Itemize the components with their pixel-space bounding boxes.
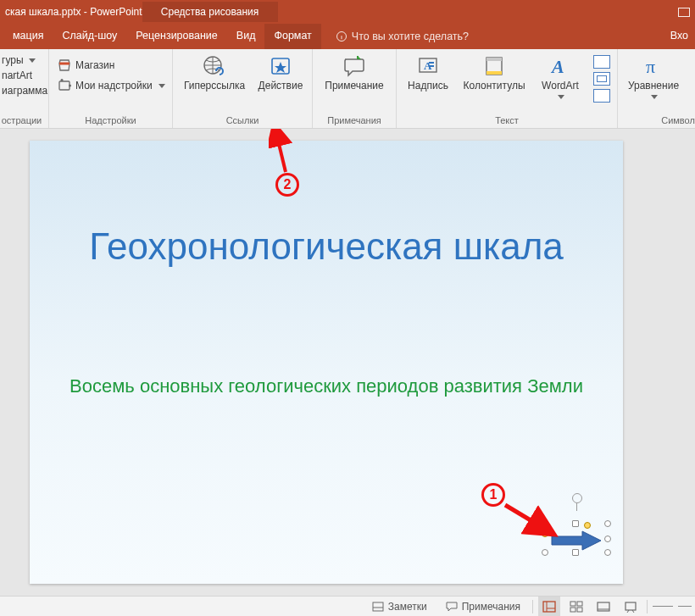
notes-toggle[interactable]: Заметки	[365, 597, 434, 616]
window-restore-icon[interactable]	[678, 8, 690, 17]
hyperlink-button[interactable]: Гиперссылка	[178, 52, 251, 92]
wordart-label: WordArt	[542, 80, 579, 92]
action-star-icon	[267, 54, 294, 78]
tab-animation[interactable]: мация	[3, 24, 53, 49]
date-time-button[interactable]	[593, 55, 610, 69]
ribbon-tabs: мация Слайд-шоу Рецензирование Вид Форма…	[0, 24, 695, 49]
addins-icon	[58, 79, 71, 92]
tab-review[interactable]: Рецензирование	[126, 24, 227, 49]
tab-slideshow[interactable]: Слайд-шоу	[53, 24, 126, 49]
headerfooter-icon	[481, 54, 508, 78]
comment-label: Примечание	[325, 80, 383, 92]
tab-view[interactable]: Вид	[227, 24, 265, 49]
svg-rect-12	[486, 71, 502, 75]
annotation-number: 1	[490, 487, 498, 502]
lightbulb-icon	[336, 31, 347, 42]
svg-rect-26	[570, 602, 575, 606]
textbox-icon: A	[414, 54, 442, 78]
annotation-arrow-2	[269, 129, 294, 175]
hyperlink-label: Гиперссылка	[184, 80, 245, 92]
group-symbols-label: Символы	[623, 115, 695, 127]
status-divider	[532, 600, 533, 613]
group-illustrations-label: острации	[0, 115, 43, 127]
textbox-button[interactable]: A Надпись	[402, 52, 454, 92]
adjust-handle[interactable]	[584, 522, 591, 529]
resize-handle[interactable]	[604, 549, 611, 556]
equation-button[interactable]: π Уравнение	[623, 52, 684, 99]
rotation-handle[interactable]	[572, 493, 582, 511]
tell-me-search[interactable]: Что вы хотите сделать?	[321, 24, 469, 49]
svg-rect-21	[373, 602, 383, 611]
wordart-icon: A	[547, 54, 574, 78]
slide-canvas-area[interactable]: Геохронологическая шкала Восемь основных…	[0, 129, 695, 596]
svg-line-20	[505, 505, 548, 530]
svg-rect-0	[59, 81, 70, 90]
svg-rect-23	[543, 602, 555, 612]
svg-text:π: π	[646, 56, 655, 77]
svg-point-1	[61, 79, 64, 81]
resize-handle[interactable]	[572, 520, 579, 527]
smartart-button[interactable]: nartArt	[0, 69, 49, 82]
slide-subtitle[interactable]: Восемь основных геологических периодов р…	[30, 375, 623, 399]
object-button[interactable]	[593, 89, 610, 103]
headerfooter-button[interactable]: Колонтитулы	[458, 52, 531, 92]
symbol-button: Ω Символ	[687, 52, 695, 92]
my-addins-button[interactable]: Мои надстройки	[54, 77, 169, 94]
group-addins-label: Надстройки	[54, 115, 167, 127]
shapes-button[interactable]: гуры	[0, 53, 49, 67]
tab-format[interactable]: Формат	[264, 24, 320, 49]
resize-handle[interactable]	[542, 549, 548, 556]
smartart-label: nartArt	[2, 69, 32, 81]
chart-button[interactable]: иаграмма	[0, 84, 49, 97]
store-label: Магазин	[75, 59, 114, 71]
status-divider	[647, 600, 648, 613]
equation-label: Уравнение	[628, 80, 679, 92]
resize-handle[interactable]	[604, 536, 611, 542]
annotation-number: 2	[284, 177, 292, 192]
annotation-arrow-1	[500, 500, 559, 542]
chart-label: иаграмма	[2, 85, 47, 97]
dropdown-icon	[29, 58, 36, 63]
zoom-slider[interactable]	[678, 606, 692, 607]
comment-button[interactable]: Примечание	[318, 52, 391, 92]
notes-icon	[372, 602, 384, 612]
pi-icon: π	[640, 54, 667, 78]
resize-handle[interactable]	[604, 520, 611, 527]
headerfooter-label: Колонтитулы	[463, 80, 525, 92]
wordart-button[interactable]: A WordArt	[534, 52, 587, 99]
svg-rect-32	[626, 602, 636, 610]
zoom-out-button[interactable]	[653, 606, 673, 607]
globe-link-icon	[201, 54, 228, 78]
store-button[interactable]: Магазин	[54, 57, 118, 74]
view-slideshow-button[interactable]	[620, 597, 642, 616]
view-sorter-button[interactable]	[565, 597, 587, 616]
slide-number-button[interactable]	[593, 72, 610, 86]
view-reading-button[interactable]	[592, 597, 614, 616]
comments-toggle[interactable]: Примечания	[439, 597, 527, 616]
ribbon: гуры nartArt иаграмма острации Магазин М…	[0, 49, 695, 129]
annotation-marker-2: 2	[275, 173, 299, 197]
dropdown-icon	[558, 95, 564, 99]
group-text-label: Текст	[402, 115, 612, 127]
contextual-tab-label: Средства рисования	[142, 2, 278, 22]
action-label: Действие	[259, 80, 303, 92]
svg-rect-11	[486, 58, 502, 61]
window-title: ская шкала.pptx - PowerPoint	[5, 6, 142, 18]
svg-rect-8	[429, 62, 434, 64]
svg-rect-28	[570, 608, 575, 612]
tell-me-placeholder: Что вы хотите сделать?	[352, 31, 469, 42]
comments-icon	[446, 602, 458, 612]
dropdown-icon	[651, 95, 658, 99]
sign-in-link[interactable]: Вхо	[670, 24, 692, 49]
action-button[interactable]: Действие	[254, 52, 307, 92]
svg-line-19	[275, 130, 286, 172]
slide-title[interactable]: Геохронологическая шкала	[30, 225, 623, 269]
view-normal-button[interactable]	[538, 597, 560, 616]
dropdown-icon	[158, 84, 165, 88]
group-links-label: Ссылки	[178, 115, 307, 127]
store-icon	[58, 58, 71, 72]
notes-label: Заметки	[388, 601, 427, 613]
svg-text:A: A	[550, 56, 564, 77]
svg-rect-9	[429, 65, 434, 67]
group-comments-label: Примечания	[318, 115, 391, 127]
